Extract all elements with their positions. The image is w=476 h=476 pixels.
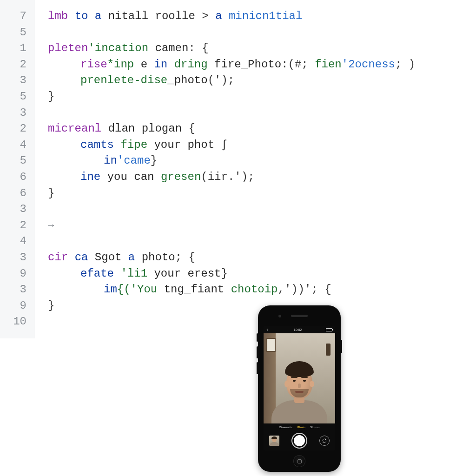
code-line[interactable]: [48, 105, 476, 121]
token: fipe: [120, 139, 147, 151]
line-number: 10: [0, 314, 35, 330]
code-line[interactable]: [48, 201, 476, 218]
token: gresen: [161, 171, 201, 183]
code-line[interactable]: micreanl dlan plogan {: [48, 121, 476, 137]
line-number: 2: [0, 218, 35, 234]
arrow-icon: →: [48, 220, 54, 231]
phone-front-camera: [278, 315, 281, 317]
token: erest: [187, 267, 221, 280]
line-number: 3: [0, 105, 35, 121]
token: (iir.');: [201, 171, 254, 183]
code-editor: 7 5 1 2 3 5 3 2 4 5 6 6 3 2 4 3 9 3 9 10…: [0, 0, 476, 338]
token: :(#;: [281, 58, 308, 71]
token: photo: [142, 251, 175, 264]
camera-viewfinder: [264, 333, 335, 423]
token: }: [48, 299, 54, 312]
line-number: 1: [0, 40, 35, 57]
token: (');: [208, 74, 235, 86]
line-number: 4: [0, 137, 35, 153]
token: }: [151, 154, 157, 167]
token: in: [154, 58, 167, 71]
line-number: 4: [0, 233, 35, 250]
token: your: [154, 267, 181, 280]
token: ∫: [221, 139, 227, 151]
token: 'li1: [120, 267, 147, 280]
code-line[interactable]: camts fipe your phot ∫: [48, 137, 476, 153]
code-line[interactable]: ine you can gresen(iir.');: [48, 169, 476, 185]
line-number: 3: [0, 250, 35, 266]
token: fire_Photo: [214, 58, 281, 71]
token: : {: [188, 42, 208, 54]
token: efate: [80, 267, 114, 280]
token: lmb: [48, 10, 68, 22]
token: ,'))'; {: [278, 283, 331, 296]
last-photo-thumbnail[interactable]: [269, 436, 279, 446]
code-line[interactable]: }: [48, 185, 476, 202]
code-line[interactable]: →: [48, 218, 476, 234]
token: nitall: [108, 10, 148, 22]
camera-mode[interactable]: Photo: [298, 426, 305, 429]
code-line[interactable]: }: [48, 89, 476, 105]
camera-mode-row[interactable]: Cinematic Photo Slo-mo: [264, 423, 335, 431]
home-button[interactable]: [293, 455, 305, 467]
token: >: [202, 10, 208, 22]
line-number: 5: [0, 25, 35, 41]
token: e: [141, 58, 147, 71]
code-area[interactable]: lmb to a nitall roolle > a minicn1tial p…: [35, 0, 476, 338]
code-line[interactable]: in'came}: [48, 153, 476, 169]
token: minicn1tial: [229, 10, 302, 22]
code-line[interactable]: rise*inp e in dring fire_Photo:(#; fien'…: [48, 57, 476, 73]
shutter-button[interactable]: [292, 434, 306, 448]
token: a: [128, 251, 135, 264]
token: ine: [80, 171, 100, 183]
token: a: [95, 10, 101, 22]
camera-mode[interactable]: Slo-mo: [310, 426, 320, 429]
code-line[interactable]: lmb to a nitall roolle > a minicn1tial: [48, 8, 476, 25]
token: pleten: [48, 42, 88, 54]
token: fien: [315, 58, 342, 71]
code-line[interactable]: cir ca Sgot a photo; {: [48, 250, 476, 266]
camera-controls: [264, 431, 335, 450]
token: Sgot: [95, 251, 122, 264]
home-icon: [298, 459, 302, 463]
code-line[interactable]: [48, 25, 476, 41]
code-line[interactable]: im{('You tng_fiant chotoip,'))'; {: [48, 282, 476, 298]
mute-switch: [257, 333, 258, 342]
flip-camera-icon: [322, 438, 327, 443]
status-time: 10:02: [294, 328, 302, 331]
token: roolle: [155, 10, 195, 22]
token: your: [154, 139, 181, 151]
code-line[interactable]: efate 'li1 your erest}: [48, 266, 476, 282]
token: {('You: [117, 283, 157, 296]
volume-down-button: [257, 362, 258, 374]
token: plogan: [142, 122, 182, 135]
code-line[interactable]: [48, 233, 476, 250]
flip-camera-button[interactable]: [319, 436, 330, 446]
token: cir: [48, 251, 68, 264]
signal-icon: ᯤ: [266, 328, 270, 331]
line-number: 3: [0, 73, 35, 89]
token: camen: [155, 42, 188, 54]
phone-speaker: [291, 315, 308, 317]
token: dring: [174, 58, 208, 71]
token: prenlete-dise: [80, 74, 167, 86]
line-number: 7: [0, 8, 35, 25]
line-number: 5: [0, 89, 35, 105]
token: ca: [75, 251, 88, 264]
token: im: [104, 283, 117, 296]
token: a: [215, 10, 222, 22]
line-number: 6: [0, 169, 35, 185]
gutter: 7 5 1 2 3 5 3 2 4 5 6 6 3 2 4 3 9 3 9 10: [0, 0, 35, 338]
phone-screen: ᯤ 10:02: [264, 326, 335, 450]
token: 'incation: [88, 42, 148, 54]
camera-mode[interactable]: Cinematic: [279, 426, 292, 429]
token: }: [48, 187, 54, 199]
status-bar: ᯤ 10:02: [264, 326, 335, 333]
token: tng_fiant: [164, 283, 225, 296]
token: {: [188, 122, 195, 135]
power-button: [341, 340, 342, 353]
code-line[interactable]: prenlete-dise_photo(');: [48, 73, 476, 89]
token: dlan: [108, 122, 135, 135]
code-line[interactable]: pleten'incation camen: {: [48, 40, 476, 57]
token: rise: [80, 58, 107, 71]
